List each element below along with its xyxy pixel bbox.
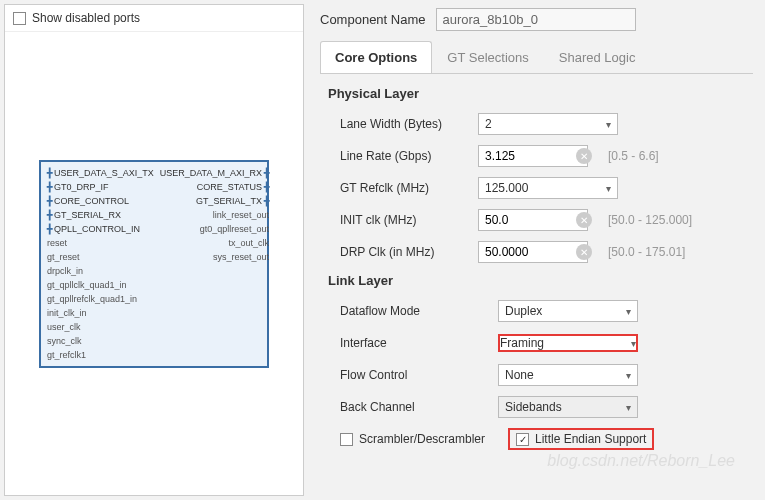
port-GT_SERIAL_RX: GT_SERIAL_RX	[47, 208, 154, 222]
drp-clk-input[interactable]	[478, 241, 588, 263]
port-QPLL_CONTROL_IN: QPLL_CONTROL_IN	[47, 222, 154, 236]
lane-width-label: Lane Width (Bytes)	[340, 117, 470, 131]
tab-gt-selections[interactable]: GT Selections	[432, 41, 543, 73]
init-clk-hint: [50.0 - 125.000]	[608, 213, 692, 227]
clear-icon[interactable]: ✕	[576, 244, 592, 260]
port-gt0_qpllreset_out: gt0_qpllreset_out	[158, 222, 269, 236]
port-link_reset_out: link_reset_out	[158, 208, 269, 222]
port-gt_qpllclk_quad1_in: gt_qpllclk_quad1_in	[47, 278, 154, 292]
port-drpclk_in: drpclk_in	[47, 264, 154, 278]
dataflow-select[interactable]: Duplex ▾	[498, 300, 638, 322]
flow-control-select[interactable]: None ▾	[498, 364, 638, 386]
port-sys_reset_out: sys_reset_out	[158, 250, 269, 264]
interface-label: Interface	[340, 336, 490, 350]
tabs: Core Options GT Selections Shared Logic	[320, 41, 753, 74]
chevron-down-icon: ▾	[626, 370, 631, 381]
port-gt_reset: gt_reset	[47, 250, 154, 264]
lane-width-select[interactable]: 2 ▾	[478, 113, 618, 135]
chevron-down-icon: ▾	[606, 119, 611, 130]
show-disabled-ports-checkbox[interactable]	[13, 12, 26, 25]
line-rate-label: Line Rate (Gbps)	[340, 149, 470, 163]
gt-refclk-select[interactable]: 125.000 ▾	[478, 177, 618, 199]
chevron-down-icon: ▾	[631, 338, 636, 349]
chevron-down-icon: ▾	[626, 402, 631, 413]
port-sync_clk: sync_clk	[47, 334, 154, 348]
line-rate-hint: [0.5 - 6.6]	[608, 149, 659, 163]
link-layer-title: Link Layer	[328, 273, 753, 288]
clear-icon[interactable]: ✕	[576, 212, 592, 228]
tab-shared-logic[interactable]: Shared Logic	[544, 41, 651, 73]
line-rate-input[interactable]	[478, 145, 588, 167]
chevron-down-icon: ▾	[606, 183, 611, 194]
config-panel: Component Name Core Options GT Selection…	[308, 0, 765, 500]
back-channel-label: Back Channel	[340, 400, 490, 414]
gt-refclk-label: GT Refclk (MHz)	[340, 181, 470, 195]
port-USER_DATA_M_AXI_RX: USER_DATA_M_AXI_RX	[158, 166, 269, 180]
port-gt_qpllrefclk_quad1_in: gt_qpllrefclk_quad1_in	[47, 292, 154, 306]
init-clk-input[interactable]	[478, 209, 588, 231]
show-disabled-ports-label: Show disabled ports	[32, 11, 140, 25]
port-reset: reset	[47, 236, 154, 250]
port-GT0_DRP_IF: GT0_DRP_IF	[47, 180, 154, 194]
port-tx_out_clk: tx_out_clk	[158, 236, 269, 250]
tab-core-options[interactable]: Core Options	[320, 41, 432, 73]
port-USER_DATA_S_AXI_TX: USER_DATA_S_AXI_TX	[47, 166, 154, 180]
scrambler-checkbox[interactable]	[340, 433, 353, 446]
block-diagram-panel: Show disabled ports USER_DATA_S_AXI_TXGT…	[4, 4, 304, 496]
init-clk-label: INIT clk (MHz)	[340, 213, 470, 227]
drp-clk-label: DRP Clk (in MHz)	[340, 245, 470, 259]
little-endian-label: Little Endian Support	[535, 432, 646, 446]
port-GT_SERIAL_TX: GT_SERIAL_TX	[158, 194, 269, 208]
interface-select[interactable]: Framing ▾	[498, 334, 638, 352]
little-endian-checkbox[interactable]	[516, 433, 529, 446]
flow-control-label: Flow Control	[340, 368, 490, 382]
port-init_clk_in: init_clk_in	[47, 306, 154, 320]
scrambler-label: Scrambler/Descrambler	[359, 432, 485, 446]
component-name-label: Component Name	[320, 12, 426, 27]
drp-clk-hint: [50.0 - 175.01]	[608, 245, 685, 259]
port-CORE_CONTROL: CORE_CONTROL	[47, 194, 154, 208]
chevron-down-icon: ▾	[626, 306, 631, 317]
ip-block-diagram: USER_DATA_S_AXI_TXGT0_DRP_IFCORE_CONTROL…	[39, 160, 269, 368]
clear-icon[interactable]: ✕	[576, 148, 592, 164]
physical-layer-title: Physical Layer	[328, 86, 753, 101]
port-CORE_STATUS: CORE_STATUS	[158, 180, 269, 194]
port-user_clk: user_clk	[47, 320, 154, 334]
port-gt_refclk1: gt_refclk1	[47, 348, 154, 362]
component-name-input[interactable]	[436, 8, 636, 31]
back-channel-select[interactable]: Sidebands ▾	[498, 396, 638, 418]
dataflow-label: Dataflow Mode	[340, 304, 490, 318]
